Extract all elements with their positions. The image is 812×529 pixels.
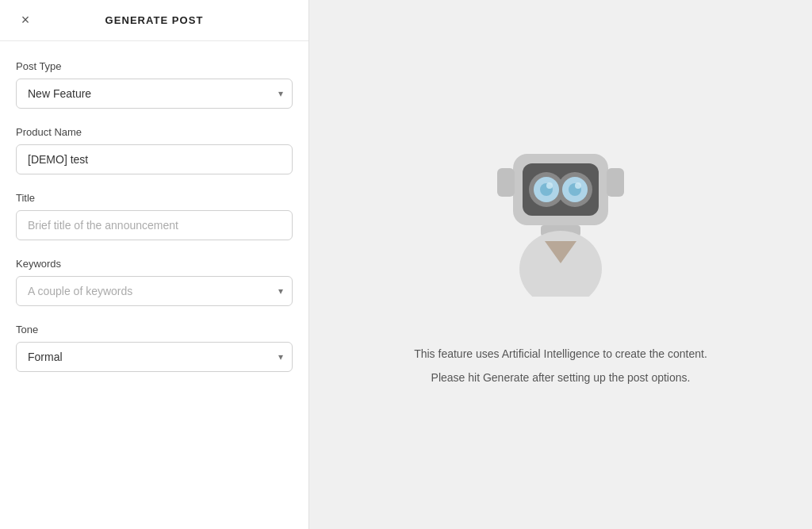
post-type-group: Post Type New Feature Bug Fix Update Ann…: [16, 60, 293, 109]
ai-description-line2: Please hit Generate after setting up the…: [414, 368, 707, 388]
product-name-label: Product Name: [16, 126, 293, 138]
title-label: Title: [16, 192, 293, 204]
ai-description: This feature uses Artificial Intelligenc…: [414, 344, 707, 390]
product-name-group: Product Name: [16, 126, 293, 174]
close-icon: ×: [21, 12, 30, 29]
post-type-select-wrapper: New Feature Bug Fix Update Announcement …: [16, 79, 293, 109]
svg-rect-10: [497, 168, 515, 197]
tone-group: Tone Formal Casual Professional Friendly…: [16, 324, 293, 372]
post-type-select[interactable]: New Feature Bug Fix Update Announcement: [16, 79, 293, 109]
title-group: Title: [16, 192, 293, 240]
page-title: GENERATE POST: [105, 14, 204, 26]
close-button[interactable]: ×: [14, 10, 36, 32]
svg-rect-11: [607, 168, 624, 197]
form-body: Post Type New Feature Bug Fix Update Ann…: [0, 41, 308, 391]
post-type-label: Post Type: [16, 60, 293, 72]
svg-point-13: [519, 231, 602, 297]
keywords-label: Keywords: [16, 258, 293, 270]
keywords-select[interactable]: A couple of keywords Feature Update Laun…: [16, 276, 293, 306]
robot-illustration: [489, 138, 632, 297]
keywords-group: Keywords A couple of keywords Feature Up…: [16, 258, 293, 306]
keywords-select-wrapper: A couple of keywords Feature Update Laun…: [16, 276, 293, 306]
tone-label: Tone: [16, 324, 293, 335]
tone-select-wrapper: Formal Casual Professional Friendly ▾: [16, 342, 293, 372]
svg-point-8: [546, 182, 553, 189]
tone-select[interactable]: Formal Casual Professional Friendly: [16, 342, 293, 372]
svg-point-9: [575, 182, 581, 189]
ai-description-line1: This feature uses Artificial Intelligenc…: [414, 344, 707, 364]
left-panel: × GENERATE POST Post Type New Feature Bu…: [0, 0, 309, 529]
right-panel: This feature uses Artificial Intelligenc…: [309, 0, 812, 529]
title-input[interactable]: [16, 210, 293, 240]
robot-svg: [489, 138, 632, 297]
header: × GENERATE POST: [0, 0, 308, 41]
product-name-input[interactable]: [16, 144, 293, 174]
